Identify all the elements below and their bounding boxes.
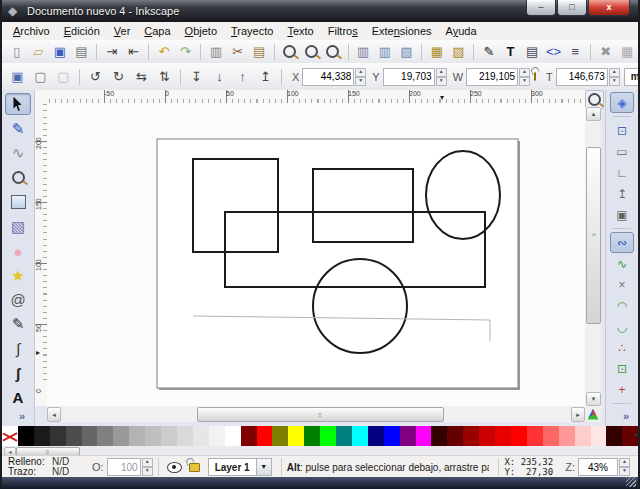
opacity-spinner[interactable]: ▲▼ <box>142 458 153 476</box>
menu-archivo[interactable]: Archivo <box>6 23 57 39</box>
layer-visibility-eye-icon[interactable] <box>167 462 182 473</box>
snap-midpoints-toggle[interactable]: ∴ <box>610 337 634 358</box>
swatch-5[interactable] <box>82 426 98 446</box>
scroll-left-icon[interactable]: ◂ <box>47 407 61 422</box>
align-dialog-button[interactable]: ≡ <box>565 41 585 62</box>
snap-bbox-edges-toggle[interactable]: ▭ <box>610 141 634 162</box>
horizontal-ruler[interactable]: -5005010015020025030035▾ <box>47 90 585 104</box>
minimize-button[interactable]: – <box>526 0 556 16</box>
xml-editor-button[interactable]: <> <box>544 41 564 62</box>
text-dialog-button[interactable]: T <box>501 41 521 62</box>
tool-calligraphy[interactable]: ʃ <box>5 362 31 384</box>
canvas-viewport[interactable] <box>47 103 585 406</box>
snap-cusp-nodes-toggle[interactable]: ◠ <box>610 295 634 316</box>
color-managed-display-button[interactable] <box>585 406 601 422</box>
swatch-none[interactable] <box>2 426 18 446</box>
swatch-16[interactable] <box>257 426 273 446</box>
swatch-3[interactable] <box>50 426 66 446</box>
save-document-button[interactable]: ▣ <box>50 41 70 62</box>
layer-select[interactable]: Layer 1 ▼ <box>208 458 272 476</box>
swatch-25[interactable] <box>400 426 416 446</box>
swatch-29[interactable] <box>463 426 479 446</box>
tool-zoom[interactable] <box>5 166 31 188</box>
scroll-up-icon[interactable]: ▴ <box>586 107 601 121</box>
swatch-36[interactable] <box>575 426 591 446</box>
palette-scroll-right-icon[interactable]: ◂ <box>633 430 637 439</box>
layer-dropdown-icon[interactable]: ▼ <box>256 459 271 475</box>
duplicate-button[interactable]: ▥ <box>353 41 373 62</box>
title-bar[interactable]: ◆ Documento nuevo 4 - Inkscape – □ x <box>2 0 638 22</box>
tool-3dbox[interactable]: ▧ <box>5 215 31 237</box>
swatch-30[interactable] <box>479 426 495 446</box>
zoom-page-button[interactable] <box>323 41 343 62</box>
swatch-6[interactable] <box>97 426 113 446</box>
vertical-scroll-thumb[interactable]: ≡ <box>586 147 601 324</box>
tool-pen[interactable]: ∫ <box>5 338 31 360</box>
menu-objeto[interactable]: Objeto <box>178 23 224 39</box>
snap-toolbar-overflow-icon[interactable]: » <box>623 410 629 422</box>
horizontal-scrollbar[interactable]: ◂ ≡ ▸ <box>47 406 585 422</box>
swatch-17[interactable] <box>272 426 288 446</box>
lower-button[interactable]: ↓ <box>209 66 230 87</box>
menu-capa[interactable]: Capa <box>137 23 177 39</box>
tool-rectangle[interactable] <box>5 191 31 213</box>
swatch-31[interactable] <box>495 426 511 446</box>
new-document-button[interactable]: ▯ <box>7 41 27 62</box>
zoom-field[interactable] <box>578 458 618 476</box>
x-spinner[interactable]: ▲▼ <box>355 68 366 86</box>
resize-grip[interactable] <box>626 477 636 487</box>
snap-paths-toggle[interactable]: ∿ <box>610 253 634 274</box>
swatch-4[interactable] <box>66 426 82 446</box>
raise-to-top-button[interactable]: ↥ <box>255 66 276 87</box>
flip-horizontal-button[interactable]: ⇆ <box>131 66 152 87</box>
swatch-34[interactable] <box>543 426 559 446</box>
y-spinner[interactable]: ▲▼ <box>436 68 447 86</box>
w-field[interactable] <box>466 68 518 86</box>
menu-filtros[interactable]: Filtros <box>321 23 365 39</box>
layer-lock-icon[interactable] <box>189 463 200 472</box>
snap-rotation-centers-toggle[interactable]: + <box>610 379 634 400</box>
swatch-10[interactable] <box>161 426 177 446</box>
document-page[interactable] <box>157 139 518 388</box>
toolbox-overflow-icon[interactable]: » <box>19 410 25 422</box>
swatch-35[interactable] <box>559 426 575 446</box>
raise-button[interactable]: ↑ <box>232 66 253 87</box>
copy-button[interactable]: ▥ <box>206 41 226 62</box>
menu-ver[interactable]: Ver <box>107 23 138 39</box>
preferences-button[interactable]: ✖ <box>596 41 616 62</box>
group-button[interactable]: ▦ <box>427 41 447 62</box>
swatch-26[interactable] <box>416 426 432 446</box>
swatch-8[interactable] <box>129 426 145 446</box>
swatch-15[interactable] <box>241 426 257 446</box>
swatch-21[interactable] <box>336 426 352 446</box>
swatch-38[interactable] <box>606 426 622 446</box>
snap-bbox-centers-toggle[interactable]: ▣ <box>610 204 634 225</box>
print-document-button[interactable]: ▤ <box>72 41 92 62</box>
swatch-23[interactable] <box>368 426 384 446</box>
snap-bbox-corners-toggle[interactable]: ∟ <box>610 162 634 183</box>
snap-enable-toggle[interactable]: ◈ <box>610 92 634 113</box>
open-document-button[interactable]: ▱ <box>29 41 49 62</box>
snap-nodes-toggle[interactable]: ∾ <box>610 232 634 253</box>
swatch-20[interactable] <box>320 426 336 446</box>
tool-tweak[interactable]: ∿ <box>5 142 31 164</box>
zoom-drawing-button[interactable] <box>301 41 321 62</box>
flip-vertical-button[interactable]: ⇅ <box>154 66 175 87</box>
h-spinner[interactable]: ▲▼ <box>609 68 620 86</box>
swatch-28[interactable] <box>447 426 463 446</box>
cut-button[interactable]: ✂ <box>228 41 248 62</box>
import-button[interactable]: ⇥ <box>102 41 122 62</box>
rotate-cw-button[interactable]: ↻ <box>108 66 129 87</box>
zoom-spinner[interactable]: ▲▼ <box>619 458 630 476</box>
tool-spiral[interactable]: @ <box>5 289 31 311</box>
swatch-18[interactable] <box>288 426 304 446</box>
swatch-12[interactable] <box>193 426 209 446</box>
stroke-value[interactable]: N/D <box>52 467 86 477</box>
lower-to-bottom-button[interactable]: ↧ <box>186 66 207 87</box>
redo-button[interactable]: ↷ <box>176 41 196 62</box>
menu-trayecto[interactable]: Trayecto <box>224 23 280 39</box>
w-spinner[interactable]: ▲▼ <box>519 68 530 86</box>
menu-edicion[interactable]: Edición <box>57 23 107 39</box>
restore-button[interactable]: □ <box>557 0 587 16</box>
export-button[interactable]: ⇤ <box>124 41 144 62</box>
